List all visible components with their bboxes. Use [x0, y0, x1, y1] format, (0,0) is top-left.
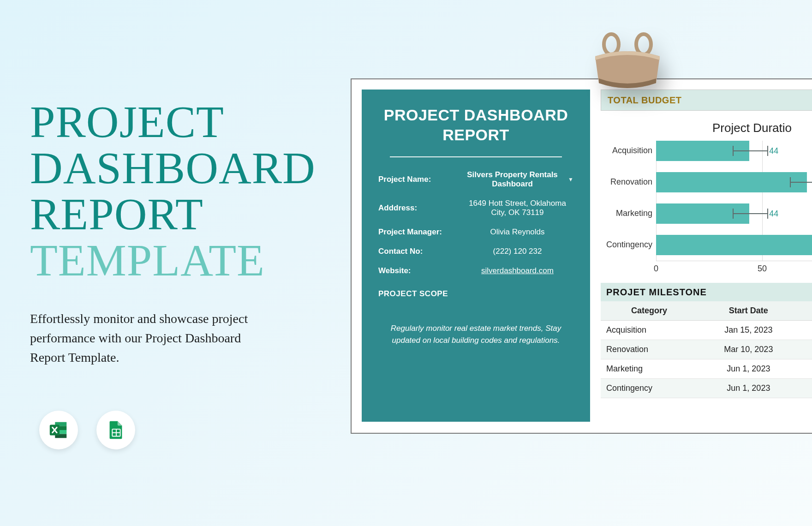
card-title-line1: PROJECT DASHBOARD [384, 106, 568, 124]
chart-ylabel: Acquisition [601, 146, 652, 155]
hero: PROJECT DASHBOARD REPORT TEMPLATE Effort… [30, 99, 325, 367]
meta-row-website: Website: silverdashboard.com [378, 266, 573, 275]
chart-ylabel: Marketing [601, 209, 652, 218]
milestone-col-header: Category [601, 301, 698, 321]
milestone-table: CategoryStart DateEnd Date AcquisitionJa… [601, 301, 812, 398]
milestone-header: PROJET MILESTONE [601, 283, 812, 301]
chart-bar [656, 172, 807, 192]
card-title-line2: REPORT [442, 126, 509, 143]
chart-bar [656, 235, 812, 255]
meta-row-contact: Contact No: (222) 120 232 [378, 247, 573, 256]
chart-data-label: 44 [769, 209, 778, 219]
chart-xtick: 0 [654, 264, 658, 274]
value-address: 1649 Hott Street, Oklahoma City, OK 7311… [461, 199, 573, 217]
right-column: TOTAL BUDGET $230,0 Project Duratio 4471… [601, 90, 812, 423]
chart-error-bar [733, 146, 769, 156]
value-project-name[interactable]: Silvers Property Rentals Dashboard ▼ [461, 170, 573, 189]
milestone-date-cell: Jun 1, 2023 [698, 359, 799, 379]
hero-title: PROJECT DASHBOARD REPORT TEMPLATE [30, 99, 325, 284]
chart-error-bar [733, 209, 769, 219]
duration-chart: 447144 050 AcquisitionRenovationMarketin… [601, 141, 812, 279]
milestone-category-cell: Marketing [601, 359, 698, 379]
chart-row: 44 [656, 141, 812, 161]
label-pm: Project Manager: [378, 227, 461, 237]
svg-point-10 [636, 34, 651, 54]
google-sheets-badge[interactable] [96, 411, 135, 449]
milestone-date-cell: Jul 15, 2023 [800, 359, 812, 379]
table-row: RenovationMar 10, 2023May 20, 2023 [601, 340, 812, 359]
chart-xtick: 50 [758, 264, 767, 274]
chart-data-label: 44 [769, 146, 778, 156]
chart-ylabel: Renovation [601, 177, 652, 187]
meta-row-pm: Project Manager: Olivia Reynolds [378, 227, 573, 237]
chart-ylabel: Contingency [601, 240, 652, 250]
milestone-col-header: Start Date [698, 301, 799, 321]
chevron-down-icon: ▼ [568, 176, 573, 183]
project-name-text: Silvers Property Rentals Dashboard [461, 170, 563, 189]
milestone-category-cell: Acquisition [601, 321, 698, 340]
milestone-date-cell: Jun 1, 2023 [698, 379, 799, 398]
format-badges [39, 411, 135, 449]
chart-title: Project Duratio [601, 121, 812, 135]
svg-point-9 [604, 34, 619, 54]
google-sheets-icon [105, 419, 126, 441]
milestone-date-cell: Feb 28, 2023 [800, 321, 812, 340]
label-contact: Contact No: [378, 247, 461, 256]
table-row: AcquisitionJan 15, 2023Feb 28, 2023 [601, 321, 812, 340]
label-project-name: Project Name: [378, 175, 461, 184]
milestone-date-cell: Mar 10, 2023 [698, 340, 799, 359]
hero-line-3: REPORT [30, 189, 203, 239]
milestone-col-header: End Date [800, 301, 812, 321]
label-website: Website: [378, 266, 461, 275]
info-card: PROJECT DASHBOARD REPORT Project Name: S… [362, 90, 590, 422]
hero-line-4: TEMPLATE [30, 235, 265, 285]
chart-row: 71 [656, 172, 812, 192]
excel-badge[interactable] [39, 411, 78, 449]
label-address: Adddress: [378, 203, 461, 213]
value-website[interactable]: silverdashboard.com [461, 266, 573, 275]
scope-heading: PROJECT SCOPE [378, 289, 573, 299]
binder-clip-icon [586, 32, 669, 99]
chart-row: 44 [656, 203, 812, 224]
value-pm: Olivia Reynolds [461, 227, 573, 237]
excel-icon [48, 419, 69, 441]
meta-row-address: Adddress: 1649 Hott Street, Oklahoma Cit… [378, 199, 573, 217]
document-preview: PROJECT DASHBOARD REPORT Project Name: S… [351, 78, 812, 434]
value-contact: (222) 120 232 [461, 247, 573, 256]
milestone-head-row: CategoryStart DateEnd Date [601, 301, 812, 321]
card-title: PROJECT DASHBOARD REPORT [378, 105, 573, 144]
milestone-category-cell: Contingency [601, 379, 698, 398]
chart-row [656, 235, 812, 255]
hero-line-1: PROJECT [30, 97, 224, 147]
milestone-date-cell: May 20, 2023 [800, 340, 812, 359]
meta-block: Project Name: Silvers Property Rentals D… [378, 170, 573, 275]
card-divider [390, 156, 561, 157]
chart-error-bar [790, 177, 812, 187]
hero-line-2: DASHBOARD [30, 143, 316, 193]
hero-tagline: Effortlessly monitor and showcase projec… [30, 309, 270, 367]
table-row: MarketingJun 1, 2023Jul 15, 2023 [601, 359, 812, 379]
scope-text: Regularly monitor real estate market tre… [378, 323, 573, 346]
milestone-date-cell: Jan 15, 2023 [698, 321, 799, 340]
milestone-category-cell: Renovation [601, 340, 698, 359]
table-row: ContingencyJun 1, 2023Jul 15, 2023 [601, 379, 812, 398]
meta-row-project-name: Project Name: Silvers Property Rentals D… [378, 170, 573, 189]
milestone-date-cell: Jul 15, 2023 [800, 379, 812, 398]
